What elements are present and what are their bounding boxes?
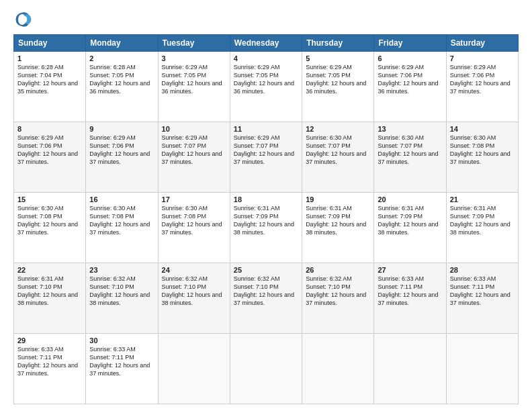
day-detail: Sunrise: 6:29 AMSunset: 7:06 PMDaylight:… <box>378 63 442 96</box>
calendar-cell: 20Sunrise: 6:31 AMSunset: 7:09 PMDayligh… <box>374 193 446 263</box>
day-detail: Sunrise: 6:29 AMSunset: 7:05 PMDaylight:… <box>306 63 370 96</box>
day-number: 19 <box>306 195 370 203</box>
day-detail: Sunrise: 6:33 AMSunset: 7:11 PMDaylight:… <box>450 275 515 308</box>
calendar-cell: 4Sunrise: 6:29 AMSunset: 7:05 PMDaylight… <box>230 52 302 122</box>
calendar-cell <box>446 334 518 404</box>
weekday-header-cell: Saturday <box>446 35 518 52</box>
calendar-cell: 27Sunrise: 6:33 AMSunset: 7:11 PMDayligh… <box>374 263 446 334</box>
logo-icon <box>13 10 32 29</box>
calendar-cell: 13Sunrise: 6:30 AMSunset: 7:07 PMDayligh… <box>374 122 446 193</box>
calendar-cell: 8Sunrise: 6:29 AMSunset: 7:06 PMDaylight… <box>14 122 86 193</box>
calendar-cell: 3Sunrise: 6:29 AMSunset: 7:05 PMDaylight… <box>158 52 230 122</box>
day-number: 27 <box>378 266 442 274</box>
day-detail: Sunrise: 6:33 AMSunset: 7:11 PMDaylight:… <box>378 275 442 308</box>
weekday-header-cell: Wednesday <box>230 35 302 52</box>
calendar-cell: 5Sunrise: 6:29 AMSunset: 7:05 PMDaylight… <box>302 52 374 122</box>
day-detail: Sunrise: 6:30 AMSunset: 7:07 PMDaylight:… <box>306 134 370 167</box>
day-detail: Sunrise: 6:33 AMSunset: 7:11 PMDaylight:… <box>17 345 82 378</box>
day-number: 1 <box>17 54 82 62</box>
day-detail: Sunrise: 6:29 AMSunset: 7:07 PMDaylight:… <box>234 134 298 167</box>
day-detail: Sunrise: 6:32 AMSunset: 7:10 PMDaylight:… <box>89 275 154 308</box>
weekday-header-cell: Monday <box>86 35 158 52</box>
logo <box>13 10 35 29</box>
page: SundayMondayTuesdayWednesdayThursdayFrid… <box>0 0 532 411</box>
calendar-cell <box>158 334 230 404</box>
day-detail: Sunrise: 6:29 AMSunset: 7:05 PMDaylight:… <box>234 63 298 96</box>
day-detail: Sunrise: 6:30 AMSunset: 7:08 PMDaylight:… <box>450 134 515 167</box>
day-detail: Sunrise: 6:29 AMSunset: 7:06 PMDaylight:… <box>17 134 82 167</box>
calendar-cell: 16Sunrise: 6:30 AMSunset: 7:08 PMDayligh… <box>86 193 158 263</box>
day-number: 21 <box>450 195 515 203</box>
day-number: 8 <box>17 125 82 133</box>
day-detail: Sunrise: 6:31 AMSunset: 7:10 PMDaylight:… <box>17 275 82 308</box>
day-number: 12 <box>306 125 370 133</box>
day-detail: Sunrise: 6:33 AMSunset: 7:11 PMDaylight:… <box>89 345 154 378</box>
header <box>13 10 519 29</box>
day-detail: Sunrise: 6:32 AMSunset: 7:10 PMDaylight:… <box>306 275 370 308</box>
weekday-header-cell: Sunday <box>14 35 86 52</box>
day-number: 18 <box>234 195 298 203</box>
day-detail: Sunrise: 6:29 AMSunset: 7:06 PMDaylight:… <box>89 134 154 167</box>
weekday-header-cell: Thursday <box>302 35 374 52</box>
day-number: 7 <box>450 54 515 62</box>
calendar-cell: 23Sunrise: 6:32 AMSunset: 7:10 PMDayligh… <box>86 263 158 334</box>
day-number: 29 <box>17 336 82 345</box>
day-detail: Sunrise: 6:30 AMSunset: 7:08 PMDaylight:… <box>17 204 82 237</box>
day-number: 2 <box>89 54 154 62</box>
calendar-cell: 9Sunrise: 6:29 AMSunset: 7:06 PMDaylight… <box>86 122 158 193</box>
day-detail: Sunrise: 6:32 AMSunset: 7:10 PMDaylight:… <box>234 275 298 308</box>
calendar-cell: 29Sunrise: 6:33 AMSunset: 7:11 PMDayligh… <box>14 334 86 404</box>
day-number: 17 <box>162 195 226 203</box>
calendar-cell: 7Sunrise: 6:29 AMSunset: 7:06 PMDaylight… <box>446 52 518 122</box>
day-detail: Sunrise: 6:31 AMSunset: 7:09 PMDaylight:… <box>450 204 515 237</box>
day-detail: Sunrise: 6:28 AMSunset: 7:04 PMDaylight:… <box>17 63 82 96</box>
day-detail: Sunrise: 6:28 AMSunset: 7:05 PMDaylight:… <box>89 63 154 96</box>
calendar-cell: 24Sunrise: 6:32 AMSunset: 7:10 PMDayligh… <box>158 263 230 334</box>
day-number: 13 <box>378 125 442 133</box>
day-number: 28 <box>450 266 515 274</box>
day-detail: Sunrise: 6:31 AMSunset: 7:09 PMDaylight:… <box>306 204 370 237</box>
calendar-cell: 10Sunrise: 6:29 AMSunset: 7:07 PMDayligh… <box>158 122 230 193</box>
day-detail: Sunrise: 6:31 AMSunset: 7:09 PMDaylight:… <box>378 204 442 237</box>
calendar-cell: 12Sunrise: 6:30 AMSunset: 7:07 PMDayligh… <box>302 122 374 193</box>
calendar-cell: 15Sunrise: 6:30 AMSunset: 7:08 PMDayligh… <box>14 193 86 263</box>
calendar-cell: 19Sunrise: 6:31 AMSunset: 7:09 PMDayligh… <box>302 193 374 263</box>
calendar-cell <box>230 334 302 404</box>
day-number: 25 <box>234 266 298 274</box>
day-number: 9 <box>89 125 154 133</box>
calendar-cell: 18Sunrise: 6:31 AMSunset: 7:09 PMDayligh… <box>230 193 302 263</box>
day-detail: Sunrise: 6:29 AMSunset: 7:05 PMDaylight:… <box>162 63 226 96</box>
calendar-cell: 11Sunrise: 6:29 AMSunset: 7:07 PMDayligh… <box>230 122 302 193</box>
calendar-cell: 6Sunrise: 6:29 AMSunset: 7:06 PMDaylight… <box>374 52 446 122</box>
day-number: 30 <box>89 336 154 345</box>
day-number: 24 <box>162 266 226 274</box>
day-number: 22 <box>17 266 82 274</box>
day-number: 14 <box>450 125 515 133</box>
day-number: 3 <box>162 54 226 62</box>
calendar-cell: 2Sunrise: 6:28 AMSunset: 7:05 PMDaylight… <box>86 52 158 122</box>
day-detail: Sunrise: 6:32 AMSunset: 7:10 PMDaylight:… <box>162 275 226 308</box>
day-number: 23 <box>89 266 154 274</box>
calendar-cell <box>302 334 374 404</box>
day-detail: Sunrise: 6:29 AMSunset: 7:06 PMDaylight:… <box>450 63 515 96</box>
calendar-cell: 17Sunrise: 6:30 AMSunset: 7:08 PMDayligh… <box>158 193 230 263</box>
calendar-cell: 1Sunrise: 6:28 AMSunset: 7:04 PMDaylight… <box>14 52 86 122</box>
day-detail: Sunrise: 6:30 AMSunset: 7:08 PMDaylight:… <box>162 204 226 237</box>
day-number: 15 <box>17 195 82 203</box>
calendar-cell: 21Sunrise: 6:31 AMSunset: 7:09 PMDayligh… <box>446 193 518 263</box>
day-number: 11 <box>234 125 298 133</box>
day-number: 5 <box>306 54 370 62</box>
day-number: 20 <box>378 195 442 203</box>
day-detail: Sunrise: 6:31 AMSunset: 7:09 PMDaylight:… <box>234 204 298 237</box>
weekday-header-cell: Friday <box>374 35 446 52</box>
day-number: 4 <box>234 54 298 62</box>
day-detail: Sunrise: 6:29 AMSunset: 7:07 PMDaylight:… <box>162 134 226 167</box>
day-number: 16 <box>89 195 154 203</box>
calendar-cell: 14Sunrise: 6:30 AMSunset: 7:08 PMDayligh… <box>446 122 518 193</box>
calendar-cell: 26Sunrise: 6:32 AMSunset: 7:10 PMDayligh… <box>302 263 374 334</box>
calendar-cell: 25Sunrise: 6:32 AMSunset: 7:10 PMDayligh… <box>230 263 302 334</box>
calendar-cell: 30Sunrise: 6:33 AMSunset: 7:11 PMDayligh… <box>86 334 158 404</box>
calendar-cell: 28Sunrise: 6:33 AMSunset: 7:11 PMDayligh… <box>446 263 518 334</box>
day-detail: Sunrise: 6:30 AMSunset: 7:07 PMDaylight:… <box>378 134 442 167</box>
weekday-header-cell: Tuesday <box>158 35 230 52</box>
